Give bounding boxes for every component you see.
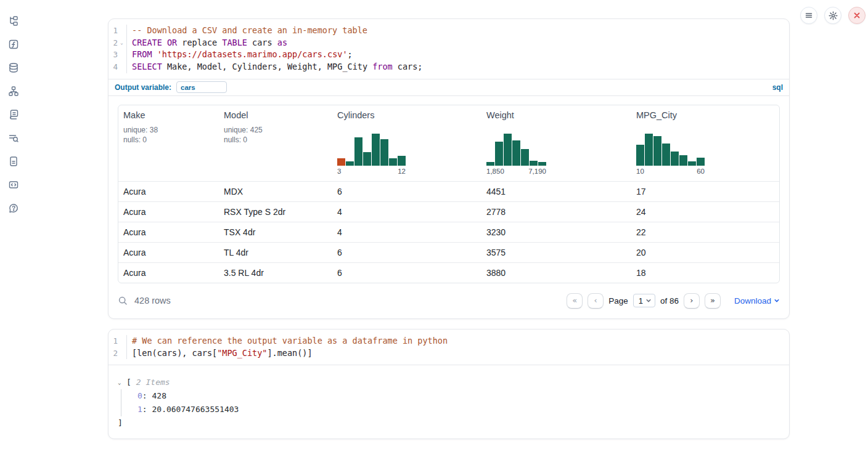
histogram-bar	[636, 145, 644, 166]
next-page-button[interactable]: ›	[684, 293, 700, 309]
tree-entry-separator: :	[142, 405, 152, 414]
previous-page-button[interactable]: ‹	[588, 293, 604, 309]
table-cell: Acura	[118, 187, 219, 196]
search-list-icon	[8, 132, 19, 144]
sql-language-badge[interactable]: sql	[772, 83, 783, 92]
sidebar-item-datasources[interactable]	[7, 62, 20, 74]
column-header[interactable]: Weight1,8507,190	[481, 105, 631, 181]
table-row[interactable]: AcuraMDX6445117	[118, 181, 779, 201]
table-row[interactable]: AcuraTL 4dr6357520	[118, 242, 779, 262]
histogram-bar	[504, 134, 512, 166]
database-icon	[8, 62, 19, 73]
fold-chevron-icon[interactable]: ⌄	[120, 37, 126, 49]
code-token	[152, 49, 157, 59]
page-label: Page	[608, 296, 628, 305]
table-header: Makeunique: 38nulls: 0Modelunique: 425nu…	[118, 105, 779, 181]
download-button[interactable]: Download	[734, 296, 780, 305]
histogram-bars	[337, 134, 406, 166]
sql-cell: 1-- Download a CSV and create an in-memo…	[108, 18, 790, 319]
line-number: 4	[108, 61, 120, 73]
sidebar-item-file-explorer[interactable]	[7, 15, 20, 27]
code-token: cars;	[393, 62, 423, 71]
tree-entry-key: 0	[137, 391, 142, 400]
sidebar-item-snippets[interactable]	[7, 179, 20, 191]
histogram-bar	[662, 144, 670, 166]
table-row[interactable]: Acura3.5 RL 4dr6388018	[118, 262, 779, 283]
sidebar-item-documentation[interactable]	[7, 155, 20, 168]
line-number-gutter: 1	[108, 335, 127, 347]
table-cell: Acura	[118, 227, 219, 237]
table-footer: 428 rows « ‹ Page 1 of 86 › » Download	[108, 283, 789, 318]
sidebar-item-help[interactable]	[7, 202, 20, 214]
axis-min-label: 10	[636, 168, 644, 175]
download-label: Download	[734, 296, 771, 305]
page-select[interactable]: 1	[633, 294, 655, 307]
histogram-bar	[380, 139, 388, 166]
code-token: Make, Model, Cylinders, Weight, MPG_City	[162, 62, 372, 71]
function-icon	[8, 39, 19, 50]
collapse-chevron-icon[interactable]: ⌄	[118, 376, 125, 389]
column-histogram: 1,8507,190	[486, 134, 546, 175]
table-cell: 4	[332, 207, 481, 217]
column-header[interactable]: MPG_City1060	[631, 105, 779, 181]
histogram-bars	[486, 134, 546, 166]
menu-button[interactable]	[800, 7, 817, 24]
tree-entries: 0: 4281: 20.060747663551403	[121, 389, 780, 416]
axis-min-label: 1,850	[486, 168, 504, 175]
table-row[interactable]: AcuraTSX 4dr4323022	[118, 222, 779, 242]
histogram-bar	[354, 137, 362, 166]
column-header[interactable]: Modelunique: 425nulls: 0	[219, 105, 332, 181]
table-cell: MDX	[219, 187, 332, 196]
code-token: ].mean()]	[267, 348, 312, 358]
chevron-down-icon	[645, 297, 652, 304]
sidebar-item-dependency-graph[interactable]	[7, 85, 20, 97]
tree-entry-value: 20.060747663551403	[152, 405, 239, 414]
sql-code-editor[interactable]: 1-- Download a CSV and create an in-memo…	[108, 19, 789, 79]
table-cell: 22	[631, 227, 779, 237]
first-page-button[interactable]: «	[567, 293, 583, 309]
column-header[interactable]: Makeunique: 38nulls: 0	[118, 105, 219, 181]
column-name: Make	[123, 110, 214, 120]
table-cell: 4	[332, 227, 481, 237]
code-text: -- Download a CSV and create an in-memor…	[127, 25, 367, 37]
code-token: replace	[177, 38, 222, 47]
output-variable-input[interactable]	[176, 81, 227, 93]
shutdown-button[interactable]	[848, 7, 866, 24]
histogram-bar	[538, 162, 546, 166]
sidebar-item-scratchpad[interactable]	[7, 108, 20, 121]
help-bubble-icon	[8, 203, 19, 214]
code-line: 2[len(cars), cars["MPG_City"].mean()]	[108, 347, 789, 360]
notebook-actions	[800, 7, 866, 24]
table-cell: Acura	[118, 207, 219, 217]
histogram-bar	[372, 134, 380, 166]
table-cell: 4451	[481, 187, 631, 196]
histogram-bar	[521, 149, 529, 166]
document-icon	[8, 156, 19, 167]
scroll-icon	[8, 109, 19, 120]
table-row[interactable]: AcuraRSX Type S 2dr4277824	[118, 201, 779, 222]
histogram-axis-labels: 1060	[636, 168, 705, 175]
histogram-bar	[512, 140, 520, 166]
close-icon	[853, 12, 861, 19]
pagination: « ‹ Page 1 of 86 › » Download	[567, 293, 780, 309]
code-token: # We can reference the output variable a…	[132, 336, 448, 346]
line-number-gutter: 1	[108, 25, 127, 37]
tree-root[interactable]: ⌄ [ 2 Items	[118, 376, 780, 389]
search-button[interactable]	[118, 296, 128, 306]
table-cell: 17	[631, 187, 779, 196]
table-cell: 6	[332, 187, 481, 196]
row-count: 428 rows	[134, 296, 171, 305]
settings-button[interactable]	[824, 7, 841, 24]
column-header[interactable]: Cylinders312	[332, 105, 481, 181]
table-body: AcuraMDX6445117AcuraRSX Type S 2dr427782…	[118, 181, 779, 283]
code-token	[162, 38, 167, 47]
last-page-button[interactable]: »	[705, 293, 721, 309]
histogram-axis-labels: 1,8507,190	[486, 168, 546, 175]
column-stat: nulls: 0	[123, 135, 214, 145]
sidebar-item-variables[interactable]	[7, 38, 20, 51]
code-token: ;	[348, 49, 353, 59]
code-line: 2⌄CREATE OR replace TABLE cars as	[108, 37, 789, 49]
line-number-gutter: 2⌄	[108, 37, 127, 49]
sidebar-item-logs[interactable]	[7, 132, 20, 144]
python-code-editor[interactable]: 1# We can reference the output variable …	[108, 330, 789, 365]
